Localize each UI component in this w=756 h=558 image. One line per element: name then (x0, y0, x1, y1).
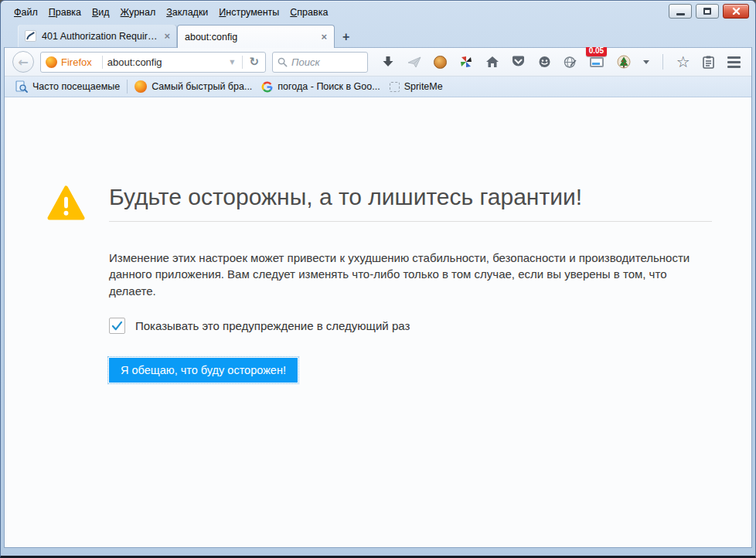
tab-close-icon[interactable]: × (164, 31, 170, 41)
bookmark-label: SpriteMe (404, 81, 443, 92)
search-input[interactable] (291, 56, 353, 68)
search-box[interactable] (272, 52, 368, 73)
checkmark-icon (111, 319, 124, 332)
smiley-extension-icon[interactable] (538, 53, 551, 71)
url-bar[interactable]: Firefox about:config ▼ ↻ (40, 52, 266, 73)
menu-bar: Файл Правка Вид Журнал Закладки Инструме… (1, 1, 755, 23)
mini-window-icon (590, 57, 604, 67)
coin-extension-icon[interactable] (434, 53, 447, 71)
browser-window: Файл Правка Вид Журнал Закладки Инструме… (0, 0, 756, 558)
tab-401-authorization[interactable]: 401 Authorization Required × (18, 25, 177, 47)
tab-about-config[interactable]: about:config × (177, 25, 335, 48)
toolbar-icons: 0.05 ☆ (382, 53, 741, 71)
url-text[interactable]: about:config (107, 56, 227, 68)
menu-file[interactable]: Файл (9, 5, 43, 20)
url-dropdown-icon[interactable]: ▼ (226, 59, 237, 66)
browser-chrome: ← Firefox about:config ▼ ↻ (4, 47, 752, 548)
hamburger-menu-icon[interactable] (727, 53, 741, 71)
bookmarks-bar: Часто посещаемые Самый быстрый бра... по… (5, 77, 751, 97)
heading-rule (109, 221, 712, 222)
bookmark-frequent-visits[interactable]: Часто посещаемые (11, 79, 124, 94)
accept-risk-button[interactable]: Я обещаю, что буду осторожен! (109, 358, 298, 383)
menu-view[interactable]: Вид (87, 5, 115, 20)
maximize-button[interactable] (696, 4, 719, 19)
bookmark-spriteme[interactable]: SpriteMe (385, 80, 448, 94)
menu-bookmarks[interactable]: Закладки (161, 5, 213, 20)
site-identity-label[interactable]: Firefox (61, 56, 92, 68)
bookmark-label: Часто посещаемые (32, 81, 120, 92)
warning-checkbox-row: Показывать это предупреждение в следующи… (109, 318, 712, 334)
bookmark-star-icon[interactable]: ☆ (676, 53, 690, 71)
bookmark-fastest-browser[interactable]: Самый быстрый бра... (130, 79, 257, 94)
bookmark-label: Самый быстрый бра... (152, 81, 252, 92)
page-swoosh-favicon (25, 30, 36, 42)
menu-help[interactable]: Справка (284, 5, 333, 20)
page-content: Будьте осторожны, а то лишитесь гарантии… (5, 97, 751, 547)
warning-heading: Будьте осторожны, а то лишитесь гарантии… (109, 184, 712, 210)
divider (102, 56, 103, 69)
download-icon[interactable] (382, 53, 394, 71)
close-button[interactable] (723, 4, 749, 19)
overflow-caret-icon[interactable] (643, 53, 649, 71)
tab-title: about:config (185, 32, 315, 43)
minimize-button[interactable] (669, 4, 692, 19)
back-icon: ← (18, 55, 28, 70)
frequent-visits-icon (15, 80, 28, 93)
divider (662, 54, 663, 70)
firefox-icon (135, 80, 147, 93)
divider (242, 56, 243, 69)
star-icon: ☆ (676, 54, 690, 70)
reload-icon[interactable]: ↻ (247, 55, 261, 69)
home-icon[interactable] (485, 53, 499, 71)
window-controls (669, 4, 749, 19)
tab-close-icon[interactable]: × (321, 32, 327, 42)
close-icon (732, 7, 741, 15)
tree-extension-icon[interactable] (617, 53, 631, 71)
divider (127, 80, 128, 94)
tab-title: 401 Authorization Required (42, 31, 158, 42)
pinwheel-extension-icon[interactable] (460, 53, 472, 71)
back-button[interactable]: ← (12, 51, 34, 73)
menu-tools[interactable]: Инструменты (213, 5, 284, 20)
caret-down-icon (643, 60, 649, 64)
new-tab-button[interactable]: + (335, 30, 357, 47)
pocket-icon[interactable] (512, 53, 525, 71)
checkbox-label[interactable]: Показывать это предупреждение в следующи… (135, 319, 410, 332)
bookmark-label: погода - Поиск в Goo... (278, 81, 380, 92)
warning-icon (47, 185, 85, 223)
menu-edit[interactable]: Правка (43, 5, 87, 20)
search-icon (278, 57, 288, 67)
globe-edit-extension-icon[interactable] (564, 53, 577, 71)
bookmark-weather-google[interactable]: погода - Поиск в Goo... (257, 80, 384, 94)
firefox-identity-icon (46, 56, 57, 68)
show-warning-checkbox[interactable] (109, 318, 125, 334)
bookmarks-menu-icon[interactable] (703, 53, 714, 71)
coin-icon (434, 56, 447, 69)
menu-history[interactable]: Журнал (115, 5, 162, 20)
window-extension-icon[interactable]: 0.05 (590, 53, 604, 71)
navigation-toolbar: ← Firefox about:config ▼ ↻ (5, 47, 751, 77)
warning-body-text: Изменение этих настроек может привести к… (109, 250, 712, 299)
send-tab-icon[interactable] (407, 53, 421, 71)
minimize-icon (676, 13, 685, 15)
tab-bar: 401 Authorization Required × about:confi… (1, 23, 755, 47)
maximize-icon (703, 8, 711, 15)
extension-badge: 0.05 (586, 47, 607, 56)
google-icon (261, 81, 273, 93)
warning-icon-column (47, 184, 109, 383)
spriteme-icon (390, 82, 400, 92)
